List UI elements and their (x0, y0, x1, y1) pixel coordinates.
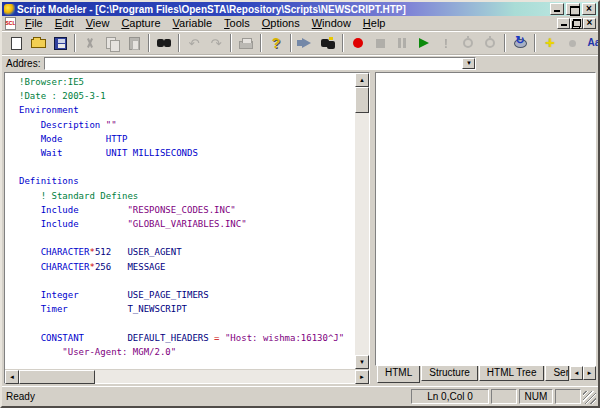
scl-document-icon[interactable]: SCL (5, 17, 16, 30)
code-line (19, 160, 355, 174)
add-button[interactable]: + (539, 33, 561, 53)
toolbar-separator (342, 34, 344, 52)
address-bar: Addres: ▼ (2, 55, 598, 70)
open-file-button[interactable] (27, 33, 49, 53)
save-icon (54, 37, 67, 50)
preview-pane: HTMLStructureHTML TreeServer Header ◄ ► (375, 72, 596, 384)
horizontal-scrollbar[interactable]: ◄ ► (5, 369, 369, 383)
stopwatch2-button (479, 33, 501, 53)
tab-html[interactable]: HTML (377, 366, 420, 383)
tab-scroll-right-icon[interactable]: ► (583, 366, 596, 380)
toolbar-separator (74, 34, 76, 52)
html-preview[interactable] (375, 72, 596, 366)
text-find-button[interactable]: Aa (583, 33, 600, 53)
add-icon: + (545, 35, 554, 51)
menu-window[interactable]: Window (306, 17, 357, 29)
tab-server-header[interactable]: Server Header (545, 366, 569, 381)
dot-icon (569, 40, 576, 47)
play-button[interactable] (413, 33, 435, 53)
address-label: Addres: (6, 58, 40, 69)
stop-button (369, 33, 391, 53)
undo-button: ↶ (183, 33, 205, 53)
open-file-icon (31, 39, 46, 48)
script-editor-pane: !Browser:IE5!Date : 2005-3-1Environment … (4, 72, 370, 384)
maximize-icon[interactable] (566, 3, 580, 15)
address-dropdown-icon[interactable]: ▼ (462, 58, 475, 69)
menu-bar: SCL FileEditViewCaptureVariableToolsOpti… (2, 16, 598, 31)
code-line: Mode HTTP (19, 132, 355, 146)
save-button[interactable] (49, 33, 71, 53)
code-editor[interactable]: !Browser:IE5!Date : 2005-3-1Environment … (5, 73, 355, 369)
find-button[interactable] (153, 33, 175, 53)
close-icon[interactable]: × (582, 3, 596, 15)
exclamation-icon: ! (444, 37, 448, 50)
redo-icon: ↷ (211, 37, 222, 50)
code-line: Integer USE_PAGE_TIMERS (19, 288, 355, 302)
copy-button (101, 33, 123, 53)
exclamation-button: ! (435, 33, 457, 53)
menu-capture[interactable]: Capture (115, 17, 166, 29)
tab-structure[interactable]: Structure (421, 366, 478, 381)
capture-button[interactable] (317, 33, 339, 53)
stop-icon (376, 39, 385, 48)
mdi-close-icon[interactable]: × (583, 18, 596, 29)
minimize-icon[interactable] (550, 3, 564, 15)
scroll-left-icon[interactable]: ◄ (5, 370, 19, 384)
code-line: !Date : 2005-3-1 (19, 89, 355, 103)
play-icon (419, 38, 429, 48)
toolbar-separator (290, 34, 292, 52)
toolbar-separator (178, 34, 180, 52)
toolbar-separator (230, 34, 232, 52)
menu-file[interactable]: File (19, 17, 49, 29)
record-icon (353, 38, 363, 48)
scroll-up-icon[interactable]: ▲ (355, 73, 369, 87)
dot-button (561, 33, 583, 53)
tab-scroll-left-icon[interactable]: ◄ (570, 366, 583, 380)
mdi-restore-icon[interactable] (570, 18, 583, 29)
menu-options[interactable]: Options (256, 17, 306, 29)
find-icon (157, 39, 164, 47)
code-line: Description "" (19, 118, 355, 132)
code-line: Environment (19, 103, 355, 117)
menu-edit[interactable]: Edit (49, 17, 80, 29)
copy-icon (106, 37, 119, 50)
address-combobox: ▼ (44, 57, 476, 70)
cursor-position: Ln 0,Col 0 (411, 389, 489, 404)
sync-button[interactable] (509, 33, 531, 53)
print-icon (239, 41, 253, 49)
paste-button (123, 33, 145, 53)
code-line: Definitions (19, 174, 355, 188)
toolbar-separator (534, 34, 536, 52)
capture-icon (321, 39, 329, 47)
code-line: Include "GLOBAL_VARIABLES.INC" (19, 217, 355, 231)
vertical-scroll-thumb[interactable] (355, 87, 369, 113)
redo-button: ↷ (205, 33, 227, 53)
forward-icon (302, 38, 311, 48)
status-bar: Ready Ln 0,Col 0 NUM (2, 386, 598, 406)
help-button[interactable]: ? (265, 33, 287, 53)
menu-view[interactable]: View (80, 17, 116, 29)
record-button[interactable] (347, 33, 369, 53)
forward-button[interactable] (295, 33, 317, 53)
cut-button (79, 33, 101, 53)
mdi-minimize-icon[interactable] (557, 18, 570, 29)
scroll-down-icon[interactable]: ▼ (355, 355, 369, 369)
resize-grip[interactable] (583, 391, 596, 404)
code-line: !Browser:IE5 (19, 75, 355, 89)
pause-icon (398, 38, 401, 48)
tab-html-tree[interactable]: HTML Tree (479, 366, 545, 381)
new-file-button[interactable] (5, 33, 27, 53)
menu-help[interactable]: Help (357, 17, 392, 29)
menu-tools[interactable]: Tools (218, 17, 256, 29)
preview-tabs: HTMLStructureHTML TreeServer Header (377, 366, 570, 383)
pause-button (391, 33, 413, 53)
code-line: CONSTANT DEFAULT_HEADERS = "Host: wishma… (19, 331, 355, 345)
horizontal-scroll-thumb[interactable] (19, 370, 95, 384)
app-icon (4, 4, 15, 15)
scroll-right-icon[interactable]: ► (355, 370, 369, 384)
menu-variable[interactable]: Variable (167, 17, 219, 29)
vertical-scrollbar[interactable]: ▲ ▼ (355, 73, 369, 369)
text-find-icon: Aa (588, 38, 600, 48)
code-line (19, 359, 355, 369)
address-input[interactable] (45, 58, 462, 69)
